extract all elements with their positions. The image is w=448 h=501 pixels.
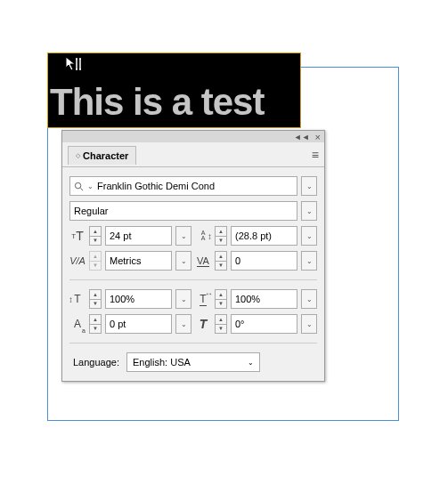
vertical-scale-field[interactable]: 100% [105, 289, 172, 309]
font-family-value: Franklin Gothic Demi Cond [97, 181, 215, 191]
font-style-dropdown[interactable]: ⌄ [301, 201, 317, 221]
skew-dropdown[interactable]: ⌄ [301, 314, 317, 334]
tab-character[interactable]: ◇ Character [68, 146, 136, 165]
tracking-dropdown[interactable]: ⌄ [301, 251, 317, 271]
tracking-field[interactable]: 0 [231, 251, 297, 271]
chevron-down-icon: ⌄ [248, 359, 254, 367]
baseline-shift-dropdown[interactable]: ⌄ [175, 314, 191, 334]
font-size-field[interactable]: 24 pt [105, 226, 172, 246]
divider [69, 343, 317, 343]
panel-tabs: ◇ Character ≡ [62, 142, 324, 167]
font-style-field[interactable]: Regular [69, 201, 297, 221]
tab-label: Character [83, 150, 128, 161]
vertical-scale-icon: ↕T [69, 291, 86, 307]
font-style-value: Regular [74, 206, 109, 216]
baseline-shift-stepper[interactable]: ▲▼ [89, 314, 102, 334]
leading-dropdown[interactable]: ⌄ [301, 226, 317, 246]
text-content[interactable]: This is a test [48, 81, 264, 127]
skew-icon: T [195, 316, 211, 332]
panel-titlebar: ◄◄ × [62, 131, 324, 142]
skew-field[interactable]: 0° [231, 314, 297, 334]
leading-icon: AA↕ [195, 228, 211, 244]
collapse-icon[interactable]: ◄◄ [294, 133, 310, 141]
kerning-stepper: ▲▼ [89, 251, 102, 271]
search-icon [74, 182, 84, 191]
skew-stepper[interactable]: ▲▼ [215, 314, 227, 334]
baseline-shift-icon: Aa [69, 316, 86, 332]
vertical-scale-dropdown[interactable]: ⌄ [175, 289, 191, 309]
language-value: English: USA [133, 357, 191, 368]
leading-field[interactable]: (28.8 pt) [231, 226, 297, 246]
svg-point-0 [75, 182, 80, 188]
horizontal-scale-dropdown[interactable]: ⌄ [301, 289, 317, 309]
language-select[interactable]: English: USA ⌄ [126, 352, 260, 372]
kerning-field[interactable]: Metrics [105, 251, 172, 271]
language-label: Language: [73, 357, 119, 368]
tracking-stepper[interactable]: ▲▼ [215, 251, 227, 271]
font-size-dropdown[interactable]: ⌄ [175, 226, 191, 246]
panel-body: ⌄ Franklin Gothic Demi Cond ⌄ Regular ⌄ … [62, 167, 324, 381]
svg-line-1 [80, 188, 83, 190]
kerning-dropdown[interactable]: ⌄ [175, 251, 191, 271]
horizontal-scale-stepper[interactable]: ▲▼ [215, 289, 227, 309]
horizontal-scale-icon: T↔ [195, 291, 211, 307]
text-frame[interactable]: This is a test [47, 53, 301, 128]
vertical-scale-stepper[interactable]: ▲▼ [89, 289, 102, 309]
tracking-icon: VA [195, 253, 211, 269]
horizontal-scale-field[interactable]: 100% [231, 289, 297, 309]
character-panel: ◄◄ × ◇ Character ≡ ⌄ Franklin Gothic Dem… [61, 130, 325, 382]
tab-toggle-icon: ◇ [76, 152, 80, 159]
font-size-icon: TT [69, 228, 86, 244]
panel-menu-icon[interactable]: ≡ [312, 148, 319, 162]
font-family-field[interactable]: ⌄ Franklin Gothic Demi Cond [69, 176, 297, 196]
font-family-dropdown[interactable]: ⌄ [301, 176, 317, 196]
kerning-icon: V/A [69, 253, 86, 269]
divider [69, 279, 317, 280]
baseline-shift-field[interactable]: 0 pt [105, 314, 172, 334]
close-icon[interactable]: × [315, 132, 321, 142]
leading-stepper[interactable]: ▲▼ [215, 226, 227, 246]
font-size-stepper[interactable]: ▲▼ [89, 226, 102, 246]
recent-fonts-caret[interactable]: ⌄ [87, 182, 94, 190]
